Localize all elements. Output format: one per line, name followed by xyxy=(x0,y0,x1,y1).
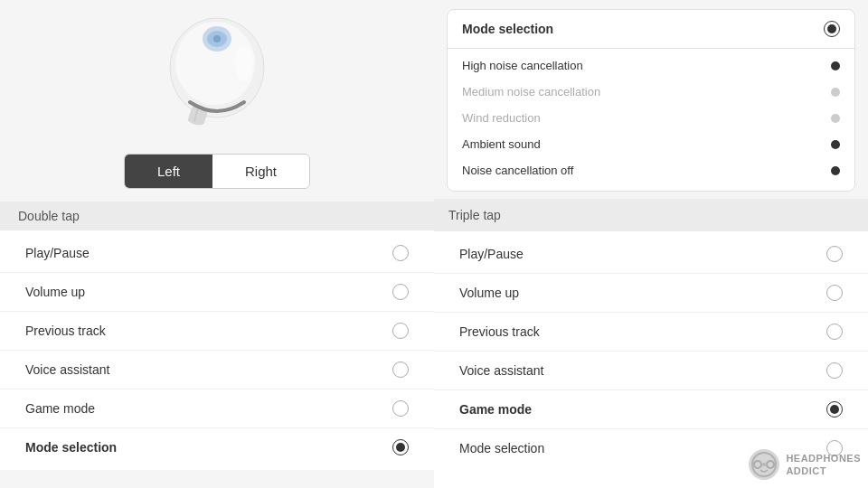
list-item[interactable]: Previous track xyxy=(0,312,434,351)
list-item[interactable]: Game mode xyxy=(0,389,434,428)
list-item-selected[interactable]: Game mode xyxy=(434,390,868,429)
option-label: Volume up xyxy=(25,285,85,299)
triple-tap-section: Triple tap Play/Pause Volume up Previous… xyxy=(434,199,868,488)
option-label: Previous track xyxy=(25,324,106,338)
option-label: Mode selection xyxy=(459,441,544,455)
mode-option-row[interactable]: Ambient sound xyxy=(448,131,854,157)
mode-selection-title: Mode selection xyxy=(462,22,553,36)
radio-unselected[interactable] xyxy=(826,362,843,379)
mode-selection-header: Mode selection xyxy=(448,10,854,48)
left-panel: Left Right Double tap Play/Pause Volume … xyxy=(0,0,434,488)
watermark: HEADPHONES ADDICT xyxy=(748,448,861,481)
option-label: Play/Pause xyxy=(459,247,524,261)
mode-option-row[interactable]: High noise cancellation xyxy=(448,52,854,79)
watermark-logo-icon xyxy=(748,448,780,481)
left-button[interactable]: Left xyxy=(125,155,212,188)
right-panel: Mode selection High noise cancellation M… xyxy=(434,0,868,488)
option-label: Play/Pause xyxy=(25,246,90,260)
lr-toggle[interactable]: Left Right xyxy=(124,154,310,189)
dot-filled-icon xyxy=(831,140,840,149)
double-tap-options: Play/Pause Volume up Previous track Voic… xyxy=(0,230,434,470)
radio-selected[interactable] xyxy=(392,439,409,455)
mode-options-list: High noise cancellation Medium noise can… xyxy=(448,49,854,191)
option-label: Previous track xyxy=(459,324,540,339)
mode-option-label: Noise cancellation off xyxy=(462,164,573,177)
list-item[interactable]: Volume up xyxy=(434,274,868,313)
radio-unselected[interactable] xyxy=(392,323,409,339)
mode-option-row-disabled[interactable]: Medium noise cancellation xyxy=(448,79,854,105)
triple-tap-header: Triple tap xyxy=(434,199,868,231)
dot-empty-icon xyxy=(831,88,840,97)
list-item[interactable]: Play/Pause xyxy=(0,234,434,273)
radio-selected[interactable] xyxy=(826,401,843,418)
mode-option-label: Ambient sound xyxy=(462,137,541,151)
list-item[interactable]: Previous track xyxy=(434,313,868,352)
option-label: Mode selection xyxy=(25,440,117,455)
list-item[interactable]: Play/Pause xyxy=(434,235,868,274)
mode-option-label: Wind reduction xyxy=(462,111,541,125)
option-label: Voice assistant xyxy=(25,362,109,377)
svg-point-5 xyxy=(235,45,253,81)
list-item-selected[interactable]: Mode selection xyxy=(0,428,434,466)
mode-option-label: High noise cancellation xyxy=(462,59,583,72)
option-label: Game mode xyxy=(25,401,95,416)
watermark-text: HEADPHONES ADDICT xyxy=(786,452,861,478)
option-label: Volume up xyxy=(459,286,519,300)
radio-unselected[interactable] xyxy=(392,284,409,300)
right-button[interactable]: Right xyxy=(212,155,309,188)
mode-selection-card: Mode selection High noise cancellation M… xyxy=(447,9,855,192)
list-item[interactable]: Volume up xyxy=(0,273,434,312)
list-item[interactable]: Voice assistant xyxy=(434,352,868,390)
radio-unselected[interactable] xyxy=(392,400,409,417)
radio-unselected[interactable] xyxy=(826,246,843,262)
mode-selection-radio[interactable] xyxy=(824,21,840,37)
mode-option-label: Medium noise cancellation xyxy=(462,85,600,99)
mode-option-row[interactable]: Noise cancellation off xyxy=(448,157,854,183)
radio-unselected[interactable] xyxy=(826,285,843,301)
svg-point-10 xyxy=(762,463,766,466)
double-tap-header: Double tap xyxy=(0,202,434,230)
dot-filled-icon xyxy=(831,61,840,70)
triple-tap-options: Play/Pause Volume up Previous track Voic… xyxy=(434,231,868,471)
radio-unselected[interactable] xyxy=(392,361,409,378)
option-label: Game mode xyxy=(459,402,532,417)
radio-unselected[interactable] xyxy=(826,324,843,340)
mode-option-row-disabled[interactable]: Wind reduction xyxy=(448,105,854,131)
earbud-image xyxy=(127,9,307,145)
svg-point-4 xyxy=(213,35,221,42)
option-label: Voice assistant xyxy=(459,363,543,378)
list-item[interactable]: Voice assistant xyxy=(0,351,434,389)
radio-unselected[interactable] xyxy=(392,245,409,261)
dot-filled-icon xyxy=(831,166,840,175)
dot-empty-icon xyxy=(831,114,840,123)
